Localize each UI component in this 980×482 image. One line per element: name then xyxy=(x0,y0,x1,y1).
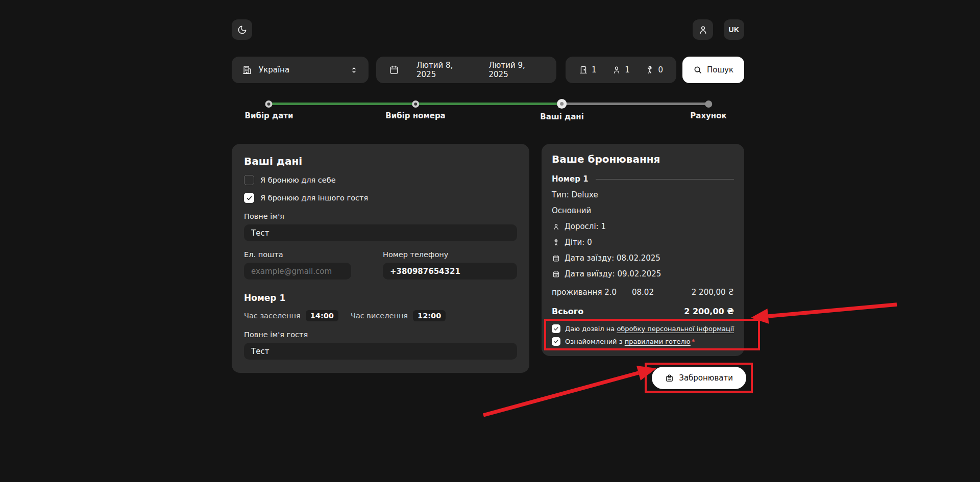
stepper-track-upcoming xyxy=(562,103,708,105)
hotel-rules-consent-row[interactable]: Ознайомлений з правилами готелю* xyxy=(552,337,734,346)
country-value: Україна xyxy=(259,65,289,74)
annotation-arrowhead-consents xyxy=(751,309,769,324)
divider xyxy=(596,179,734,180)
rooms-count: 1 xyxy=(579,65,597,74)
annotation-arrow-consents xyxy=(768,305,897,316)
total-label: Всього xyxy=(552,307,583,316)
room-type-row: Тип: Deluxe xyxy=(552,190,734,199)
hotel-rules-consent-checkbox[interactable] xyxy=(552,337,560,346)
booking-for-other-checkbox-row[interactable]: Я бронюю для іншого гостя xyxy=(244,193,517,203)
date-range-picker[interactable]: Лютий 8, 2025 Лютий 9, 2025 xyxy=(376,57,556,83)
children-count: 0 xyxy=(645,65,663,74)
rate-plan-row: Основний xyxy=(552,206,734,215)
total-row: Всього 2 200,00 ₴ xyxy=(552,307,734,316)
room-type-value: Тип: Deluxe xyxy=(552,190,598,199)
step-dot xyxy=(557,99,567,109)
guest-name-input[interactable] xyxy=(244,343,517,360)
language-button[interactable]: UK xyxy=(724,19,744,40)
phone-label: Номер телефону xyxy=(383,250,517,259)
full-name-input[interactable] xyxy=(244,224,517,241)
step-dot xyxy=(705,100,712,108)
adult-icon xyxy=(612,65,621,74)
theme-toggle-button[interactable] xyxy=(232,19,252,40)
step-select-date[interactable]: Вибір дати xyxy=(245,97,293,120)
consent-prefix: Ознайомлений з xyxy=(565,338,623,345)
occupancy-select[interactable]: 1 1 0 xyxy=(566,57,676,83)
consent-text: Даю дозвіл на обробку персональної інфор… xyxy=(565,325,735,333)
booking-for-self-checkbox[interactable] xyxy=(244,175,254,185)
booking-for-other-label: Я бронюю для іншого гостя xyxy=(260,194,368,202)
summary-title: Ваше бронювання xyxy=(552,153,734,165)
book-button-wrapper: Забронювати xyxy=(652,367,746,389)
child-icon xyxy=(552,239,560,246)
step-dot xyxy=(412,100,419,108)
line-item-amount: 2 200,00 ₴ xyxy=(678,288,734,297)
booking-summary-card: Ваше бронювання Номер 1 Тип: Deluxe Осно… xyxy=(542,144,744,356)
children-value: Діти: 0 xyxy=(565,238,592,247)
adult-icon xyxy=(552,223,560,231)
check-times-row: Час заселення 14:00 Час виселення 12:00 xyxy=(244,310,517,321)
chevron-up-down-icon xyxy=(350,66,358,74)
content-row: Ваші дані Я бронюю для себе Я бронюю для… xyxy=(232,144,744,389)
form-title: Ваші дані xyxy=(244,155,517,167)
page-container: UK Україна Лютий 8, 2025 Лютий 9, 2025 xyxy=(232,19,744,389)
email-input[interactable] xyxy=(244,263,351,280)
line-item-date: 08.02 xyxy=(632,288,678,297)
email-label: Ел. пошта xyxy=(244,250,351,259)
check-in-date-row: Дата заїзду: 08.02.2025 xyxy=(552,253,734,263)
step-your-details[interactable]: Ваші дані xyxy=(540,97,584,121)
check-out-time-badge: 12:00 xyxy=(413,310,446,321)
check-in-date-value: Дата заїзду: 08.02.2025 xyxy=(565,253,660,263)
calendar-icon xyxy=(552,270,560,278)
booking-for-self-checkbox-row[interactable]: Я бронюю для себе xyxy=(244,175,517,185)
check-in-date: Лютий 8, 2025 xyxy=(416,61,472,79)
step-select-room[interactable]: Вибір номера xyxy=(385,97,445,120)
hotel-rules-link[interactable]: правилами готелю xyxy=(625,338,691,345)
calendar-icon xyxy=(389,65,399,75)
price-line-item: проживання 2.0 08.02 2 200,00 ₴ xyxy=(552,288,734,297)
summary-column: Ваше бронювання Номер 1 Тип: Deluxe Осно… xyxy=(542,144,744,389)
personal-data-consent-checkbox[interactable] xyxy=(552,324,560,333)
consent-text: Ознайомлений з правилами готелю* xyxy=(565,338,695,345)
door-icon xyxy=(579,65,588,74)
phone-input[interactable] xyxy=(383,263,517,280)
booking-for-self-label: Я бронюю для себе xyxy=(260,176,336,184)
consent-section: Даю дозвіл на обробку персональної інфор… xyxy=(552,324,734,346)
step-invoice[interactable]: Рахунок xyxy=(690,97,726,120)
step-dot xyxy=(265,100,273,108)
total-amount: 2 200,00 ₴ xyxy=(684,307,734,316)
search-button[interactable]: Пошук xyxy=(682,57,744,83)
country-select[interactable]: Україна xyxy=(232,57,369,83)
check-out-time-label: Час виселення xyxy=(351,312,408,320)
step-label: Вибір дати xyxy=(245,111,293,120)
room-section-title: Номер 1 xyxy=(244,293,517,303)
full-name-label: Повне ім'я xyxy=(244,212,517,220)
check-in-time-label: Час заселення xyxy=(244,312,301,320)
moon-icon xyxy=(237,25,247,35)
header-actions: UK xyxy=(693,19,744,40)
step-label: Рахунок xyxy=(690,111,726,120)
guest-name-label: Повне ім'я гостя xyxy=(244,331,517,339)
child-icon xyxy=(645,65,654,74)
luggage-icon xyxy=(665,374,674,383)
profile-button[interactable] xyxy=(693,19,713,40)
adults-count: 1 xyxy=(612,65,630,74)
line-item-name: проживання 2.0 xyxy=(552,288,632,297)
summary-room-row: Номер 1 xyxy=(552,174,734,184)
search-button-label: Пошук xyxy=(707,65,733,74)
personal-data-consent-row[interactable]: Даю дозвіл на обробку персональної інфор… xyxy=(552,324,734,333)
adults-value: 1 xyxy=(625,65,630,74)
header: UK xyxy=(232,19,744,40)
adults-row: Дорослі: 1 xyxy=(552,222,734,231)
search-bar: Україна Лютий 8, 2025 Лютий 9, 2025 1 xyxy=(232,57,744,83)
consent-prefix: Даю дозвіл на xyxy=(565,325,615,333)
booking-for-other-checkbox[interactable] xyxy=(244,193,254,203)
personal-data-policy-link[interactable]: обробку персональної інформації xyxy=(617,325,734,333)
check-out-date: Лютий 9, 2025 xyxy=(489,61,544,79)
hotel-icon xyxy=(242,65,252,75)
children-value: 0 xyxy=(658,65,663,74)
children-row: Діти: 0 xyxy=(552,238,734,247)
book-button[interactable]: Забронювати xyxy=(652,367,746,389)
search-icon xyxy=(693,65,702,74)
guest-details-card: Ваші дані Я бронюю для себе Я бронюю для… xyxy=(232,144,529,373)
